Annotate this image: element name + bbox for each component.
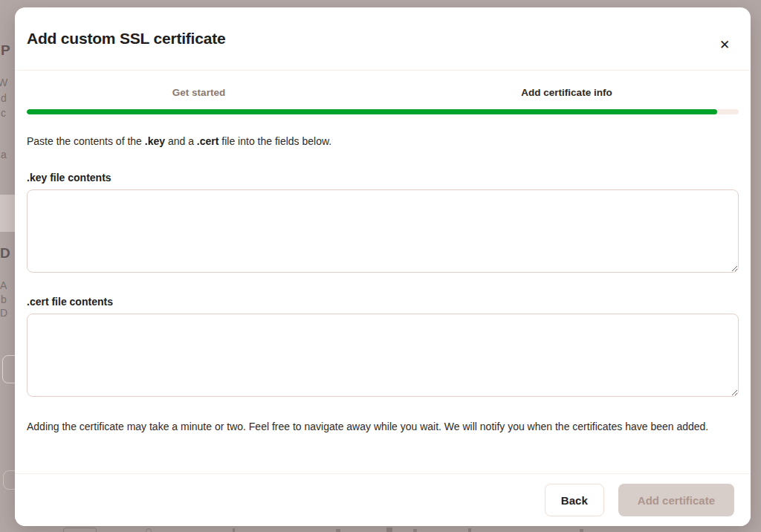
stepper: Get started Add certificate info [15, 87, 751, 98]
dimmed-table-checkbox-fragment [63, 528, 97, 532]
cert-file-label: .cert file contents [27, 296, 739, 308]
step-add-certificate-info: Add certificate info [383, 87, 751, 98]
dimmed-page-text-fragment: D [0, 308, 7, 318]
close-icon[interactable]: ✕ [713, 34, 736, 56]
dimmed-table-glyph [233, 528, 235, 532]
dimmed-table-glyph [580, 529, 583, 532]
dialog-header: Add custom SSL certificate ✕ [15, 7, 751, 71]
dimmed-page-text-fragment: W [0, 77, 7, 88]
stepper-progress-fill [27, 109, 717, 114]
key-file-input[interactable] [27, 189, 739, 273]
dimmed-table-glyph [413, 529, 417, 532]
cert-file-input[interactable] [27, 314, 739, 397]
add-ssl-certificate-dialog: Add custom SSL certificate ✕ Get started… [15, 7, 751, 526]
dimmed-page-text-fragment: c [1, 108, 6, 118]
dialog-body: Paste the contents of the .key and a .ce… [15, 135, 751, 435]
dimmed-page-card-fragment [0, 195, 15, 232]
stepper-progress-track [27, 109, 739, 114]
dimmed-page-text-fragment: b [1, 294, 7, 305]
dimmed-page-text-fragment: A [0, 280, 7, 291]
dimmed-page-text-fragment: a [1, 149, 7, 160]
dimmed-table-avatar-fragment [146, 528, 152, 532]
note-text: Adding the certificate may take a minute… [27, 419, 734, 435]
dialog-title: Add custom SSL certificate [27, 30, 225, 48]
dimmed-table-glyph [468, 528, 471, 532]
dialog-footer: Back Add certificate [15, 473, 751, 526]
dimmed-page-heading-fragment: D [0, 245, 10, 262]
dimmed-table-glyph [386, 528, 392, 532]
add-certificate-button[interactable]: Add certificate [618, 484, 734, 516]
intro-text: Paste the contents of the .key and a .ce… [27, 135, 739, 147]
screen: { "background": { "overlay_color": "#b3a… [0, 0, 761, 532]
step-get-started: Get started [15, 87, 383, 98]
back-button[interactable]: Back [545, 484, 604, 516]
dimmed-table-glyph [336, 529, 340, 532]
key-file-label: .key file contents [27, 172, 739, 184]
dimmed-page-text-fragment: d [1, 93, 7, 103]
dimmed-page-heading-fragment: P [1, 42, 10, 59]
